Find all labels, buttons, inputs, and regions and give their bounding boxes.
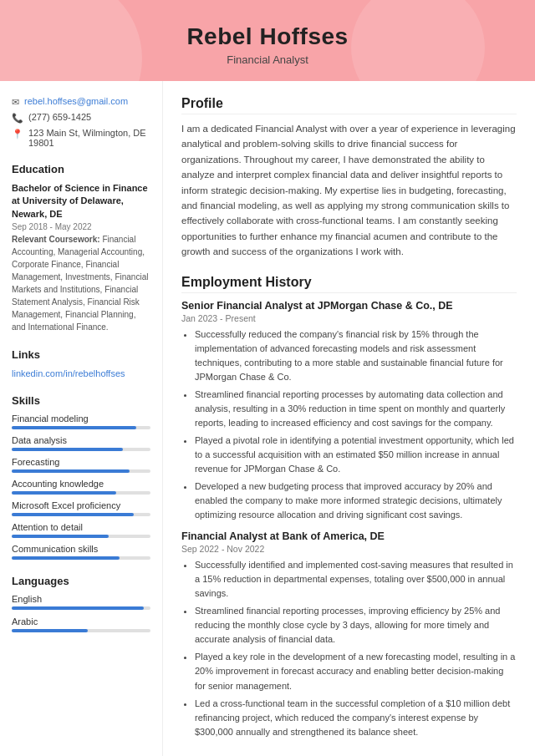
skills-list: Financial modeling Data analysis Forecas… bbox=[12, 414, 150, 560]
skill-bar-bg bbox=[12, 426, 150, 429]
job-date: Sep 2022 - Nov 2022 bbox=[181, 544, 517, 554]
coursework-label: Relevant Coursework: bbox=[12, 235, 100, 244]
job-entry: Senior Financial Analyst at JPMorgan Cha… bbox=[181, 300, 517, 523]
phone-icon: 📞 bbox=[12, 113, 23, 124]
resume-header: Rebel Hoffses Financial Analyst bbox=[0, 0, 535, 81]
skill-item: Attention to detail bbox=[12, 522, 150, 538]
bullet-item: Played a key role in the development of … bbox=[195, 650, 517, 693]
jobs-list: Senior Financial Analyst at JPMorgan Cha… bbox=[181, 300, 517, 739]
language-label: Arabic bbox=[12, 616, 150, 627]
skill-bar-bg bbox=[12, 556, 150, 560]
language-label: English bbox=[12, 594, 150, 604]
job-bullets: Successfully identified and implemented … bbox=[181, 558, 517, 739]
skill-label: Accounting knowledge bbox=[12, 479, 150, 489]
email-icon: ✉ bbox=[12, 97, 19, 108]
main-content: Profile I am a dedicated Financial Analy… bbox=[163, 81, 535, 756]
coursework-text: Financial Accounting, Managerial Account… bbox=[12, 235, 148, 332]
language-bar-fill bbox=[12, 606, 144, 610]
employment-section: Employment History Senior Financial Anal… bbox=[181, 275, 517, 739]
links-title: Links bbox=[12, 348, 150, 361]
address-item: 📍 123 Main St, Wilmington, DE 19801 bbox=[12, 128, 150, 148]
bullet-item: Streamlined financial reporting processe… bbox=[195, 604, 517, 647]
bullet-item: Led a cross-functional team in the succe… bbox=[195, 697, 517, 739]
job-title: Senior Financial Analyst at JPMorgan Cha… bbox=[181, 300, 517, 312]
edu-coursework: Relevant Coursework: Financial Accountin… bbox=[12, 233, 150, 333]
job-title: Financial Analyst at Bank of America, DE bbox=[181, 530, 517, 542]
sidebar: ✉ rebel.hoffses@gmail.com 📞 (277) 659-14… bbox=[0, 81, 163, 756]
address-value: 123 Main St, Wilmington, DE 19801 bbox=[28, 128, 150, 148]
skill-bar-bg bbox=[12, 535, 150, 538]
profile-title: Profile bbox=[181, 96, 517, 114]
skills-title: Skills bbox=[12, 394, 150, 407]
job-entry: Financial Analyst at Bank of America, DE… bbox=[181, 530, 517, 739]
language-bar-fill bbox=[12, 629, 88, 632]
skill-item: Financial modeling bbox=[12, 414, 150, 429]
skill-bar-fill bbox=[12, 491, 116, 495]
skill-bar-fill bbox=[12, 535, 109, 538]
skill-item: Communication skills bbox=[12, 544, 150, 560]
employment-title: Employment History bbox=[181, 275, 517, 293]
language-item: Arabic bbox=[12, 616, 150, 632]
education-section: Education Bachelor of Science in Finance… bbox=[12, 163, 150, 333]
skill-bar-fill bbox=[12, 448, 123, 451]
bullet-item: Successfully reduced the company's finan… bbox=[195, 327, 517, 384]
skill-label: Data analysis bbox=[12, 435, 150, 445]
skill-bar-fill bbox=[12, 513, 134, 516]
bullet-item: Developed a new budgeting process that i… bbox=[195, 479, 517, 522]
skill-bar-bg bbox=[12, 448, 150, 451]
skill-bar-bg bbox=[12, 491, 150, 495]
profile-section: Profile I am a dedicated Financial Analy… bbox=[181, 96, 517, 260]
skills-section: Skills Financial modeling Data analysis … bbox=[12, 394, 150, 560]
skill-label: Forecasting bbox=[12, 457, 150, 467]
languages-list: English Arabic bbox=[12, 594, 150, 632]
email-link[interactable]: rebel.hoffses@gmail.com bbox=[24, 96, 128, 106]
job-date: Jan 2023 - Present bbox=[181, 313, 517, 323]
phone-value: (277) 659-1425 bbox=[28, 112, 91, 122]
skill-bar-bg bbox=[12, 469, 150, 473]
skill-item: Microsoft Excel proficiency bbox=[12, 500, 150, 516]
location-icon: 📍 bbox=[12, 129, 23, 140]
language-bar-bg bbox=[12, 629, 150, 632]
phone-item: 📞 (277) 659-1425 bbox=[12, 112, 150, 124]
skill-item: Data analysis bbox=[12, 435, 150, 451]
candidate-name: Rebel Hoffses bbox=[17, 23, 518, 50]
bullet-item: Played a pivotal role in identifying a p… bbox=[195, 434, 517, 476]
languages-section: Languages English Arabic bbox=[12, 575, 150, 632]
email-item: ✉ rebel.hoffses@gmail.com bbox=[12, 96, 150, 108]
linkedin-link[interactable]: linkedin.com/in/rebelhoffses bbox=[12, 368, 125, 378]
language-item: English bbox=[12, 594, 150, 610]
candidate-title: Financial Analyst bbox=[17, 53, 518, 66]
skill-label: Communication skills bbox=[12, 544, 150, 554]
job-bullets: Successfully reduced the company's finan… bbox=[181, 327, 517, 523]
skill-label: Attention to detail bbox=[12, 522, 150, 532]
skill-bar-fill bbox=[12, 469, 130, 473]
skill-item: Forecasting bbox=[12, 457, 150, 473]
skill-bar-fill bbox=[12, 426, 136, 429]
language-bar-bg bbox=[12, 606, 150, 610]
skill-item: Accounting knowledge bbox=[12, 479, 150, 495]
education-title: Education bbox=[12, 163, 150, 175]
skill-label: Microsoft Excel proficiency bbox=[12, 500, 150, 510]
skill-label: Financial modeling bbox=[12, 414, 150, 424]
contact-section: ✉ rebel.hoffses@gmail.com 📞 (277) 659-14… bbox=[12, 96, 150, 148]
skill-bar-fill bbox=[12, 556, 120, 560]
bullet-item: Successfully identified and implemented … bbox=[195, 558, 517, 601]
bullet-item: Streamlined financial reporting processe… bbox=[195, 388, 517, 430]
edu-degree: Bachelor of Science in Finance at Univer… bbox=[12, 182, 150, 221]
links-section: Links linkedin.com/in/rebelhoffses bbox=[12, 348, 150, 379]
profile-text: I am a dedicated Financial Analyst with … bbox=[181, 121, 517, 260]
edu-date: Sep 2018 - May 2022 bbox=[12, 222, 150, 231]
skill-bar-bg bbox=[12, 513, 150, 516]
languages-title: Languages bbox=[12, 575, 150, 587]
main-layout: ✉ rebel.hoffses@gmail.com 📞 (277) 659-14… bbox=[0, 81, 535, 756]
